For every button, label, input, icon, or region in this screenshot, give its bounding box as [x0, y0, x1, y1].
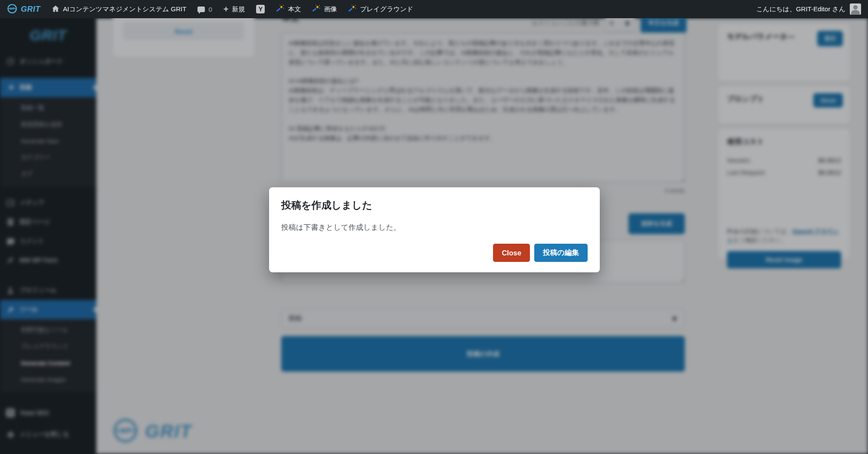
dialog-actions: Close 投稿の編集	[281, 244, 588, 262]
admin-bar-generate-image[interactable]: 画像	[312, 4, 337, 14]
plus-icon: +	[224, 5, 229, 13]
post-created-dialog: 投稿を作成しました 投稿は下書きとして作成しました。 Close 投稿の編集	[269, 187, 600, 272]
admin-bar-playground[interactable]: プレイグラウンド	[348, 4, 413, 14]
yoast-icon: Y	[256, 5, 265, 13]
admin-bar-site-name[interactable]: AIコンテンツマネジメントシステム GRIT	[52, 5, 186, 14]
admin-bar-yoast[interactable]: Y	[256, 5, 265, 13]
admin-bar: GIT GRIT AIコンテンツマネジメントシステム GRIT 0 + 新規 Y…	[0, 0, 868, 18]
home-icon	[52, 5, 59, 14]
new-label: 新規	[232, 5, 245, 13]
svg-text:GIT: GIT	[10, 7, 15, 10]
magic-wand-icon	[348, 4, 356, 14]
magic-wand-icon	[312, 4, 320, 14]
admin-bar-account[interactable]: こんにちは、GRIT-Editor さん	[756, 3, 861, 15]
comment-icon	[197, 7, 205, 12]
admin-bar-logo[interactable]: GIT GRIT	[7, 3, 40, 15]
comments-count: 0	[208, 6, 212, 13]
admin-bar-new[interactable]: + 新規	[224, 5, 245, 13]
site-name-text: AIコンテンツマネジメントシステム GRIT	[63, 5, 186, 13]
playground-label: プレイグラウンド	[360, 5, 413, 13]
grit-badge-icon: GIT	[7, 3, 17, 15]
generate-image-label: 画像	[324, 5, 337, 13]
dialog-message: 投稿は下書きとして作成しました。	[281, 222, 588, 232]
generate-body-label: 本文	[288, 5, 301, 13]
admin-bar-logo-text: GRIT	[21, 5, 40, 14]
admin-bar-generate-body[interactable]: 本文	[276, 4, 301, 14]
greeting-text: こんにちは、GRIT-Editor さん	[756, 5, 845, 13]
admin-bar-comments[interactable]: 0	[197, 6, 212, 13]
edit-post-button[interactable]: 投稿の編集	[534, 244, 588, 262]
dialog-title: 投稿を作成しました	[281, 199, 588, 212]
avatar	[850, 3, 861, 15]
close-button[interactable]: Close	[493, 244, 530, 262]
magic-wand-icon	[276, 4, 284, 14]
